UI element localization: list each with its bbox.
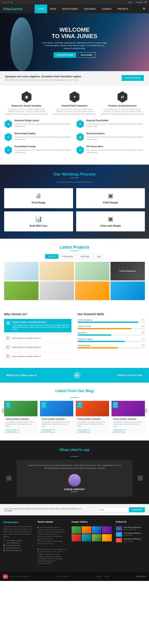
skill-shopify: Shopify Design 60% [78, 344, 145, 348]
choose-active-item[interactable]: ▶ Donec porttitor venenatis rhoncus Lore… [4, 319, 72, 332]
tab-logo[interactable]: Logo [94, 254, 104, 259]
search-icon[interactable]: 🔍 [145, 1, 147, 3]
project-item-2[interactable] [40, 262, 74, 280]
project-item-7[interactable] [75, 282, 110, 300]
tw-icon[interactable]: t [4, 1, 4, 3]
blog-readmore-2[interactable]: Read more... [42, 430, 54, 433]
nav-home[interactable]: HOME [34, 4, 47, 13]
feature-drag: ⚙ Drag and Drop Builder Lorem ipsum dolo… [76, 119, 145, 128]
blog-readmore-1[interactable]: Read more... [6, 430, 18, 433]
choose-active-title: Donec porttitor venenatis rhoncus [12, 321, 69, 323]
blog-date-2: 17 Aug [41, 402, 46, 408]
avatar-image [68, 474, 81, 486]
yt-icon[interactable]: yt [11, 1, 12, 3]
nav-page[interactable]: PAGE [47, 4, 59, 13]
fb-icon[interactable]: f [2, 1, 3, 3]
gallery-thumb-1[interactable] [72, 526, 81, 534]
testimonials-section: What client's say ‹ › Lorem ipsum dolor … [0, 440, 149, 504]
choose-section: Why choose us? ▶ Donec porttitor venenat… [0, 306, 149, 368]
footer-follow-col: Follow Us f Vina Web Solutions WEB SOLUT… [116, 520, 146, 568]
video-play-button[interactable]: ▶ [74, 372, 81, 379]
gallery-thumb-3[interactable] [92, 526, 102, 534]
projects-grid: Project Management [4, 262, 145, 300]
nav-search-icon[interactable]: 🔍 [143, 8, 146, 10]
footer-privacy-link[interactable]: Privacy [104, 576, 110, 578]
projects-section: Latest Projects Show All Photography App… [0, 239, 149, 306]
project-item-3[interactable] [75, 262, 110, 280]
video-read-link[interactable]: Read the full story later [118, 374, 143, 376]
gp-icon[interactable]: g+ [5, 1, 7, 3]
blog-card-2: 17 Aug Donec porttitor venenatis... cons… [40, 401, 73, 434]
facebook-icon: f [116, 526, 122, 531]
cta-button[interactable]: PURCHASE NOW [122, 75, 144, 81]
newsletter-subscribe-button[interactable]: SUBSCRIBE [129, 507, 145, 512]
nav-features[interactable]: FEATURES [81, 4, 99, 13]
feature-responsive-text: Lorem ipsum dolor sit, consectetur adipi… [4, 108, 49, 115]
gallery-thumb-2[interactable] [82, 526, 91, 534]
footer-phone: 📞 +975 516 65 09 00 [3, 542, 33, 544]
css3-icon: ▣ [79, 192, 142, 199]
choose-item-2[interactable]: + Donec porttitor venenatis rhoncus 2 [4, 344, 72, 351]
nav-joomla[interactable]: JOOMLA! [99, 4, 114, 13]
blog-readmore-4[interactable]: Read more... [114, 430, 126, 433]
feature-drag-content: Drag and Drop Builder Lorem ipsum dolor … [86, 119, 145, 128]
hero-subtitle: Lorem ipsum, consectetur adipiscing elit… [42, 42, 108, 50]
blog-post-title-3: Donec porttitor venenatis... [78, 418, 107, 420]
feature-responsive-title: Responsive Joomla Templates [4, 105, 49, 107]
process-divider [70, 178, 79, 178]
project-item-6[interactable] [40, 282, 74, 300]
choose-item-1[interactable]: + Donec porttitor venenatis rhoncus 1 [4, 334, 72, 342]
project-item-8[interactable] [110, 282, 145, 300]
tab-photography[interactable]: Photography [60, 254, 76, 259]
process-care-title: Built With Care [7, 224, 70, 227]
testimonials-avatar [68, 474, 81, 486]
gallery-thumb-6[interactable] [82, 534, 91, 542]
gallery-thumb-8[interactable] [102, 534, 112, 542]
follow-twitter[interactable]: t Vina Web Solutions Latest tweet [116, 532, 146, 537]
feature-helix-title: Powerful Helix Framework [52, 105, 97, 107]
choose-item-3[interactable]: + Donec porttitor venenatis rhoncus 3 [4, 352, 72, 360]
footer-tweet-1: 🐦 Vina Web Solutions @Vina - Vinawebsolu… [37, 526, 67, 547]
gallery-thumb-5[interactable] [72, 534, 81, 542]
tweet-icon: 🐦 [37, 526, 39, 528]
testimonials-prev[interactable]: ‹ [6, 476, 12, 481]
skill-html5: HTML5 & CSS3 80% [78, 325, 145, 329]
project-item-4[interactable]: Project Management [110, 262, 145, 280]
purchase-hero-button[interactable]: PURCHASE HOME [54, 52, 76, 58]
blog-readmore-3[interactable]: Read more... [78, 430, 90, 433]
newsletter-email-input[interactable] [97, 507, 128, 512]
feature-nextlevel-content: Next level features Lorem ipsum dolor si… [86, 132, 145, 140]
footer-address: 📍 Vina Junies Company [3, 540, 33, 542]
features-row-1: ▣ Responsive Joomla Templates Lorem ipsu… [4, 91, 145, 115]
hero-content: WELCOME TO VINA JUNIES Lorem ipsum, cons… [42, 27, 108, 58]
feature-social-content: Social Media Friendly Lorem ipsum dolor … [14, 146, 73, 154]
gallery-thumb-7[interactable] [92, 534, 102, 542]
login-link[interactable]: Login [128, 1, 132, 3]
register-link[interactable]: Register [136, 1, 143, 3]
feature-helix-text: Lorem ipsum dolor sit, consectetur adipi… [52, 108, 97, 115]
blog-post-text-4: consectetur non lacinia lorem sit amet D… [114, 421, 143, 428]
footer-website[interactable]: 🌐 http://VinaJunies.com [3, 550, 33, 551]
choose-icon-3: + [6, 354, 10, 358]
project-item-5[interactable] [4, 282, 38, 300]
blog-title: Latest From Our Blog [4, 389, 145, 393]
tab-show-all[interactable]: Show All [45, 254, 58, 259]
choose-left: Why choose us? ▶ Donec porttitor venenat… [4, 312, 72, 362]
skill-photoshop: Adobe photoshop 90% [78, 319, 145, 323]
project-item-1[interactable] [4, 262, 38, 280]
read-more-hero-button[interactable]: READ MORE [78, 52, 96, 58]
footer-support-link[interactable]: Support [96, 576, 102, 578]
follow-facebook[interactable]: f Vina Web Solutions WEB SOLUTION [116, 526, 146, 531]
li-icon[interactable]: in [8, 1, 10, 3]
follow-googleplus[interactable]: g+ Vina Web Solutions Web Solution [116, 538, 146, 542]
gallery-thumb-4[interactable] [102, 526, 112, 534]
blog-card-content-1: Donec porttitor venenatis... consectetur… [4, 416, 38, 434]
tab-appdesign[interactable]: AppDesign [77, 254, 92, 259]
nav-shortcodes[interactable]: SHORTCODES [59, 4, 81, 13]
nav-presets[interactable]: PRESETS [114, 4, 131, 13]
blog-post-title-1: Donec porttitor venenatis... [6, 418, 36, 420]
testimonials-next[interactable]: › [138, 476, 143, 481]
navbar: VinaJunies HOME PAGE SHORTCODES FEATURES… [0, 4, 149, 13]
follow-gp-text: Vina Web Solutions Web Solution [124, 538, 141, 542]
gallery-col-title: Images Gallery [72, 520, 112, 524]
